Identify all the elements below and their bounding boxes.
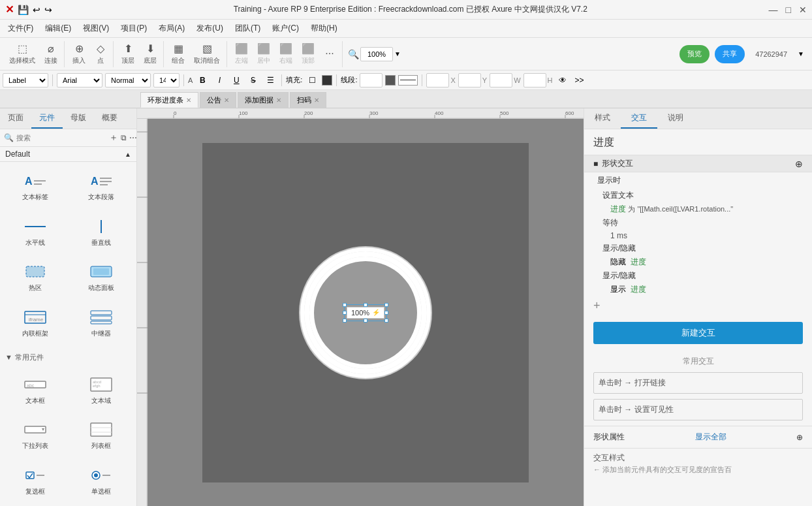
canvas-area[interactable]: 0 100 200 300 400 500 600 [137, 108, 584, 506]
strikethrough-btn[interactable]: S̶ [246, 73, 260, 87]
add-library-btn[interactable]: ＋ [109, 132, 118, 144]
click-visible-btn[interactable]: 单击时 → 设置可见性 [593, 399, 803, 420]
h-input[interactable]: 16 [523, 73, 546, 87]
tab-scan[interactable]: 扫码 ✕ [290, 92, 326, 108]
more-align-btn[interactable]: ··· [320, 46, 339, 62]
fill-checkbox-btn[interactable]: ☐ [305, 73, 319, 87]
font-size-select[interactable]: 14 [153, 73, 180, 87]
comp-radio[interactable]: 单选框 [69, 459, 134, 503]
tab-gonggao-close[interactable]: ✕ [224, 97, 229, 104]
comp-repeater[interactable]: 中继器 [69, 301, 134, 345]
line-style-btn[interactable] [398, 75, 418, 86]
ungroup-btn[interactable]: ▧ 取消组合 [190, 41, 224, 67]
copy-btn[interactable]: ⧉ [121, 133, 127, 142]
more-format-btn[interactable]: >> [572, 73, 587, 87]
underline-btn[interactable]: U [229, 73, 243, 87]
tab-gonggao[interactable]: 公告 ✕ [200, 92, 236, 108]
section-collapse-btn[interactable]: ▲ [125, 151, 131, 158]
click-link-btn[interactable]: 单击时 → 打开链接 [593, 372, 803, 394]
bold-btn[interactable]: B [195, 73, 210, 87]
section-checkbox[interactable]: ■ [593, 159, 598, 168]
tab-pages[interactable]: 页面 [0, 108, 31, 129]
tab-scan-close[interactable]: ✕ [314, 97, 319, 104]
add-interaction-btn[interactable]: + [584, 296, 812, 315]
menu-file[interactable]: 文件(F) [3, 20, 39, 37]
comp-v-line[interactable]: 垂直线 [69, 210, 134, 255]
handle-tm[interactable] [364, 303, 367, 307]
menu-team[interactable]: 团队(T) [230, 20, 266, 37]
visibility-btn[interactable]: 👁 [555, 73, 570, 87]
list-btn[interactable]: ☰ [263, 73, 277, 87]
rp-tab-style[interactable]: 样式 [584, 108, 621, 129]
font-style-select[interactable]: Normal [105, 73, 151, 87]
comp-textarea[interactable]: abcd efgh 文本域 [69, 368, 134, 413]
menu-layout[interactable]: 布局(A) [153, 20, 190, 37]
top-layer-btn[interactable]: ⬆ 顶层 [117, 41, 138, 67]
align-top-btn[interactable]: ⬛ 顶部 [298, 41, 319, 67]
handle-bl[interactable] [343, 319, 347, 323]
point-btn[interactable]: ◇ 点 [91, 41, 110, 67]
comp-textbox[interactable]: abc 文本框 [3, 368, 68, 413]
menu-publish[interactable]: 发布(U) [191, 20, 228, 37]
comp-dropdown[interactable]: 下拉列表 [3, 414, 68, 458]
rp-tab-interaction[interactable]: 交互 [621, 108, 657, 129]
font-family-select[interactable]: Arial [57, 73, 102, 87]
preview-btn[interactable]: 预览 [679, 45, 710, 63]
zoom-dropdown-icon[interactable]: ▼ [394, 50, 401, 57]
tab-components[interactable]: 元件 [31, 108, 63, 129]
progress-widget[interactable]: 100% ⚡ [300, 247, 431, 378]
align-center-btn[interactable]: ⬛ 居中 [253, 41, 274, 67]
section-expand-btn[interactable]: ⊕ [795, 159, 803, 169]
close-btn[interactable]: ✕ [799, 5, 807, 15]
line-value-input[interactable]: 0 [360, 73, 383, 87]
w-input[interactable]: 56 [490, 73, 512, 87]
comp-text-paragraph[interactable]: A 文本段落 [69, 165, 134, 209]
canvas-content[interactable]: 100% ⚡ [148, 119, 584, 506]
id-dropdown-icon[interactable]: ▼ [798, 50, 804, 57]
handle-bm[interactable] [364, 319, 367, 323]
comp-text-label[interactable]: A 文本标签 [3, 165, 68, 209]
italic-btn[interactable]: I [212, 73, 226, 87]
group-btn[interactable]: ▦ 组合 [168, 41, 189, 67]
tab-outline[interactable]: 概要 [94, 108, 125, 129]
handle-tl[interactable] [343, 303, 347, 307]
menu-project[interactable]: 项目(P) [116, 20, 152, 37]
extra-section-arrow[interactable]: ▼ [5, 353, 12, 361]
handle-tr[interactable] [384, 303, 388, 307]
more-btn[interactable]: ⋯ [129, 133, 137, 142]
menu-view[interactable]: 视图(V) [78, 20, 114, 37]
new-interaction-btn[interactable]: 新建交互 [593, 322, 803, 344]
progress-label-container[interactable]: 100% ⚡ [347, 307, 384, 319]
minimize-btn[interactable]: — [769, 5, 778, 15]
search-input[interactable] [16, 134, 106, 142]
undo-btn[interactable]: ↩ [33, 5, 40, 15]
menu-account[interactable]: 账户(C) [267, 20, 304, 37]
handle-ml[interactable] [343, 311, 347, 315]
tab-masters[interactable]: 母版 [63, 108, 94, 129]
handle-mr[interactable] [384, 311, 388, 315]
x-input[interactable]: 156 [426, 73, 449, 87]
insert-btn[interactable]: ⊕ 插入 [69, 41, 89, 67]
comp-inline-frame[interactable]: iframe 内联框架 [3, 301, 68, 345]
rp-tab-notes[interactable]: 说明 [657, 108, 694, 129]
bottom-layer-btn[interactable]: ⬇ 底层 [140, 41, 161, 67]
component-type-select[interactable]: Label [3, 73, 48, 87]
tab-addjuly-close[interactable]: ✕ [276, 97, 281, 104]
menu-help[interactable]: 帮助(H) [305, 20, 343, 37]
show-all-btn[interactable]: 显示全部 [695, 432, 726, 443]
tab-addjuly[interactable]: 添加图据 ✕ [238, 92, 289, 108]
redo-btn[interactable]: ↪ [44, 5, 52, 15]
comp-checkbox[interactable]: 复选框 [3, 459, 68, 503]
line-color-btn[interactable] [385, 75, 396, 86]
attrs-expand-icon[interactable]: ⊕ [796, 433, 803, 442]
y-input[interactable]: 156 [458, 73, 481, 87]
align-right-btn[interactable]: ⬛ 右端 [275, 41, 296, 67]
tab-huanxing[interactable]: 环形进度条 ✕ [140, 92, 198, 108]
canvas-page[interactable]: 100% ⚡ [202, 143, 529, 482]
connect-btn[interactable]: ⌀ 连接 [40, 41, 61, 67]
select-mode-btn[interactable]: ⬚ 选择模式 [5, 41, 39, 67]
maximize-btn[interactable]: □ [786, 5, 791, 15]
handle-br[interactable] [384, 319, 388, 323]
comp-h-line[interactable]: 水平线 [3, 210, 68, 255]
share-btn[interactable]: 共享 [715, 45, 745, 63]
